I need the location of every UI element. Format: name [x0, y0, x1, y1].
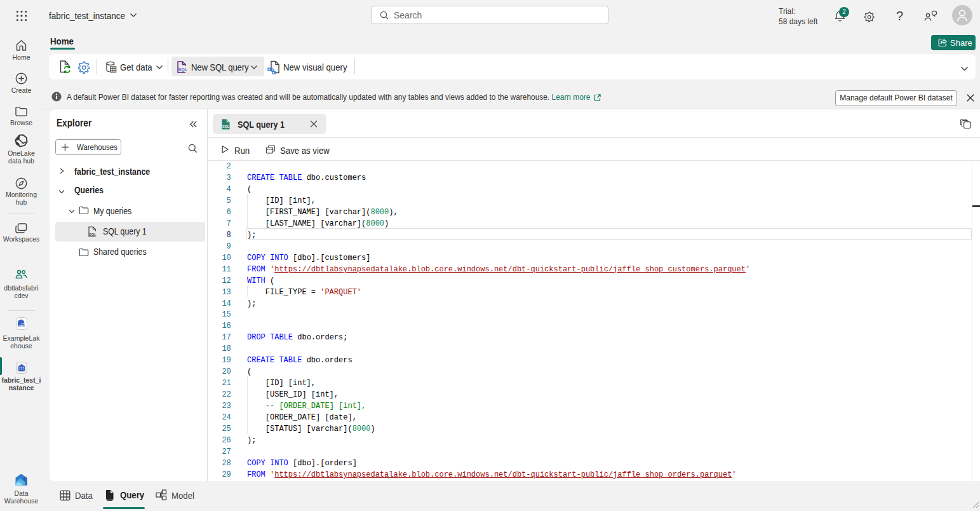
svg-text:SQL: SQL [178, 67, 187, 72]
svg-text:SQL: SQL [90, 233, 97, 236]
svg-text:SQL: SQL [222, 125, 230, 128]
